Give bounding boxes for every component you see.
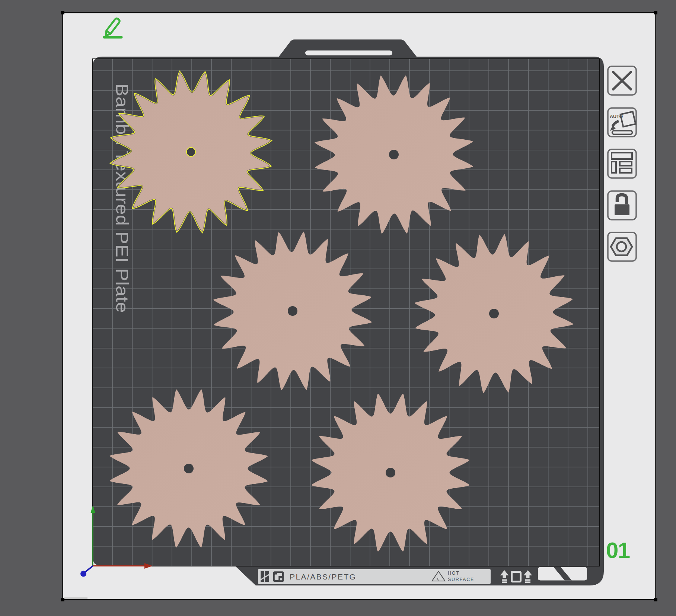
svg-text:01: 01 <box>606 538 630 563</box>
svg-text:HOT: HOT <box>448 571 460 576</box>
svg-text:PLA/ABS/PETG: PLA/ABS/PETG <box>290 572 356 581</box>
svg-text:SURFACE: SURFACE <box>448 577 474 582</box>
